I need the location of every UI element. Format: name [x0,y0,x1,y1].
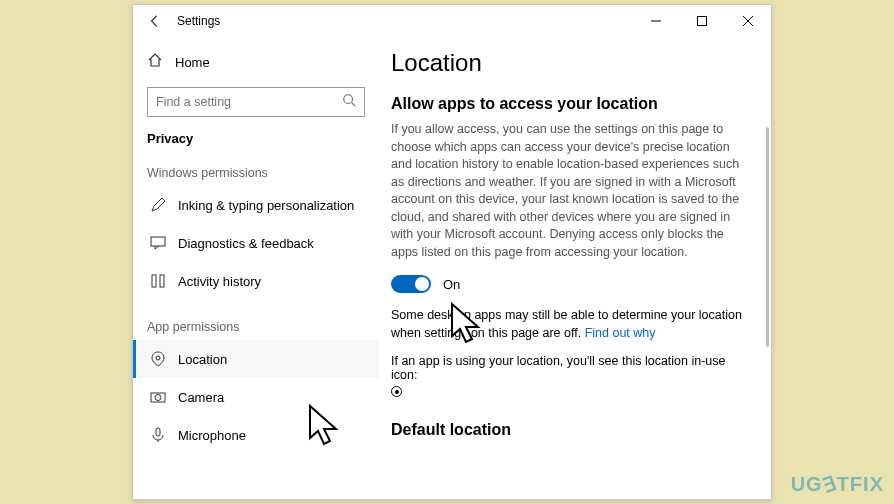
inuse-text: If an app is using your location, you'll… [391,354,751,382]
back-button[interactable] [139,5,171,37]
window-title: Settings [177,14,220,28]
svg-rect-8 [156,428,160,436]
content-pane: Location Allow apps to access your locat… [379,37,771,499]
sidebar-group-app: App permissions [133,314,379,340]
svg-point-5 [156,356,160,360]
section-allow-title: Allow apps to access your location [391,95,751,113]
sidebar-item-diagnostics[interactable]: Diagnostics & feedback [133,224,379,262]
microphone-icon [150,427,166,443]
watermark: UGƎTFIX [791,472,884,496]
sidebar-section-privacy: Privacy [133,127,379,160]
svg-point-7 [155,395,161,401]
close-button[interactable] [725,5,771,37]
feedback-icon [150,235,166,251]
inuse-note: If an app is using your location, you'll… [391,354,751,397]
note-text: Some desktop apps may still be able to d… [391,308,742,340]
location-inuse-icon [391,386,402,397]
settings-window: Settings Home Privacy Windows permission… [132,4,772,500]
history-icon [150,273,166,289]
sidebar-item-label: Diagnostics & feedback [178,236,314,251]
page-title: Location [391,49,751,77]
search-input[interactable] [156,95,342,109]
toggle-state-label: On [443,277,460,292]
camera-icon [150,389,166,405]
sidebar-item-location[interactable]: Location [133,340,379,378]
sidebar-item-label: Microphone [178,428,246,443]
sidebar-item-camera[interactable]: Camera [133,378,379,416]
location-toggle[interactable] [391,275,431,293]
sidebar: Home Privacy Windows permissions Inking … [133,37,379,499]
titlebar: Settings [133,5,771,37]
sidebar-group-windows: Windows permissions [133,160,379,186]
section-default-title: Default location [391,421,751,439]
svg-rect-0 [698,17,707,26]
minimize-button[interactable] [633,5,679,37]
svg-rect-4 [160,275,164,287]
svg-rect-3 [152,275,156,287]
sidebar-item-microphone[interactable]: Microphone [133,416,379,454]
pen-icon [150,197,166,213]
sidebar-home-label: Home [175,55,210,70]
sidebar-item-activity[interactable]: Activity history [133,262,379,300]
location-icon [150,351,166,367]
sidebar-item-label: Location [178,352,227,367]
scrollbar[interactable] [766,127,769,347]
sidebar-item-inking[interactable]: Inking & typing personalization [133,186,379,224]
find-out-why-link[interactable]: Find out why [585,326,656,340]
sidebar-item-label: Activity history [178,274,261,289]
sidebar-item-label: Inking & typing personalization [178,198,354,213]
desktop-note: Some desktop apps may still be able to d… [391,307,751,342]
search-icon [342,93,356,111]
svg-point-1 [344,95,353,104]
svg-rect-2 [151,237,165,246]
home-icon [147,52,163,72]
sidebar-home[interactable]: Home [133,43,379,81]
maximize-button[interactable] [679,5,725,37]
search-box[interactable] [147,87,365,117]
sidebar-item-label: Camera [178,390,224,405]
section-allow-body: If you allow access, you can use the set… [391,121,751,261]
